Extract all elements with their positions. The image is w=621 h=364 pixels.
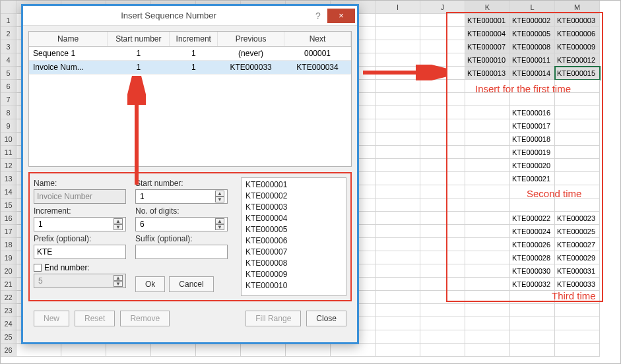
grid-cell[interactable] [196, 344, 241, 357]
grid-cell[interactable] [420, 185, 465, 198]
chevron-down-icon[interactable]: ▼ [215, 197, 224, 202]
row-header[interactable]: 17 [1, 225, 16, 238]
grid-cell[interactable] [376, 304, 420, 317]
grid-cell[interactable] [376, 27, 420, 40]
row-header[interactable]: 16 [1, 212, 16, 225]
row-header[interactable]: 8 [1, 106, 16, 119]
grid-cell[interactable]: KTE000018 [510, 133, 555, 146]
grid-cell[interactable] [510, 185, 555, 198]
grid-cell[interactable] [465, 238, 510, 251]
grid-cell[interactable] [510, 330, 555, 344]
grid-cell[interactable] [420, 172, 465, 185]
grid-cell[interactable]: KTE000004 [465, 27, 510, 40]
grid-cell[interactable] [555, 119, 600, 133]
table-row[interactable]: Invoice Num...11KTE000033KTE000034 [29, 61, 351, 75]
column-header[interactable]: Increment [170, 32, 218, 47]
grid-cell[interactable]: KTE000030 [510, 264, 555, 278]
grid-cell[interactable] [555, 93, 600, 106]
grid-cell[interactable] [555, 185, 600, 198]
grid-cell[interactable] [376, 106, 420, 119]
grid-cell[interactable] [376, 172, 420, 185]
grid-cell[interactable] [510, 304, 555, 317]
row-header[interactable]: 6 [1, 80, 16, 93]
grid-cell[interactable] [420, 106, 465, 119]
grid-cell[interactable] [420, 344, 465, 357]
grid-cell[interactable]: KTE000032 [510, 278, 555, 291]
grid-cell[interactable] [420, 133, 465, 146]
sequence-table[interactable]: NameStart numberIncrementPreviousNext Se… [28, 31, 352, 167]
grid-cell[interactable]: KTE000017 [510, 119, 555, 133]
grid-cell[interactable] [465, 185, 510, 198]
grid-cell[interactable] [465, 251, 510, 264]
grid-cell[interactable] [420, 27, 465, 40]
row-header[interactable]: 4 [1, 53, 16, 67]
grid-cell[interactable] [376, 330, 420, 344]
grid-cell[interactable] [16, 344, 61, 357]
grid-cell[interactable] [420, 146, 465, 159]
row-header[interactable]: 26 [1, 344, 16, 357]
grid-cell[interactable] [376, 291, 420, 304]
grid-cell[interactable]: KTE000016 [510, 106, 555, 119]
grid-cell[interactable] [555, 172, 600, 185]
grid-cell[interactable] [465, 172, 510, 185]
grid-cell[interactable] [510, 93, 555, 106]
grid-cell[interactable]: KTE000012 [555, 53, 600, 67]
close-button[interactable]: Close [306, 311, 346, 326]
row-header[interactable]: 3 [1, 40, 16, 53]
grid-cell[interactable] [465, 106, 510, 119]
help-icon[interactable]: ? [309, 11, 327, 21]
name-field[interactable] [34, 189, 126, 204]
grid-cell[interactable]: KTE000001 [465, 14, 510, 27]
grid-cell[interactable] [376, 93, 420, 106]
grid-cell[interactable] [420, 14, 465, 27]
column-header[interactable]: I [376, 1, 420, 14]
grid-cell[interactable] [465, 304, 510, 317]
grid-cell[interactable] [420, 212, 465, 225]
chevron-down-icon[interactable]: ▼ [215, 224, 224, 230]
grid-cell[interactable] [376, 133, 420, 146]
grid-cell[interactable] [376, 225, 420, 238]
grid-cell[interactable] [465, 264, 510, 278]
grid-cell[interactable] [376, 317, 420, 330]
row-header[interactable]: 20 [1, 264, 16, 278]
grid-cell[interactable] [420, 119, 465, 133]
grid-cell[interactable]: KTE000024 [510, 225, 555, 238]
grid-cell[interactable] [376, 264, 420, 278]
grid-cell[interactable] [376, 80, 420, 93]
row-header[interactable]: 10 [1, 133, 16, 146]
grid-cell[interactable] [376, 119, 420, 133]
new-button[interactable]: New [34, 311, 69, 326]
grid-cell[interactable] [376, 278, 420, 291]
grid-cell[interactable] [376, 53, 420, 67]
grid-cell[interactable]: KTE000025 [555, 225, 600, 238]
grid-cell[interactable] [510, 80, 555, 93]
chevron-up-icon[interactable]: ▲ [114, 218, 123, 224]
grid-cell[interactable] [555, 304, 600, 317]
row-header[interactable]: 18 [1, 238, 16, 251]
grid-cell[interactable]: KTE000010 [465, 53, 510, 67]
grid-cell[interactable] [555, 80, 600, 93]
digits-stepper[interactable]: ▲▼ [135, 217, 228, 231]
grid-cell[interactable]: KTE000031 [555, 264, 600, 278]
grid-cell[interactable] [465, 198, 510, 212]
row-header[interactable]: 5 [1, 67, 16, 80]
grid-cell[interactable] [510, 344, 555, 357]
grid-cell[interactable] [420, 40, 465, 53]
grid-cell[interactable] [510, 291, 555, 304]
grid-cell[interactable]: KTE000029 [555, 251, 600, 264]
grid-cell[interactable] [376, 67, 420, 80]
grid-cell[interactable] [465, 291, 510, 304]
grid-cell[interactable] [465, 159, 510, 172]
row-header[interactable]: 11 [1, 146, 16, 159]
dialog-titlebar[interactable]: Insert Sequence Number ? × [23, 6, 357, 26]
grid-cell[interactable] [376, 185, 420, 198]
grid-cell[interactable]: KTE000014 [510, 67, 555, 80]
grid-cell[interactable] [420, 80, 465, 93]
grid-cell[interactable]: KTE000009 [555, 40, 600, 53]
grid-cell[interactable]: KTE000002 [510, 14, 555, 27]
grid-cell[interactable] [420, 159, 465, 172]
row-header[interactable]: 9 [1, 119, 16, 133]
ok-button[interactable]: Ok [135, 276, 165, 292]
remove-button[interactable]: Remove [120, 311, 170, 326]
grid-cell[interactable] [376, 159, 420, 172]
